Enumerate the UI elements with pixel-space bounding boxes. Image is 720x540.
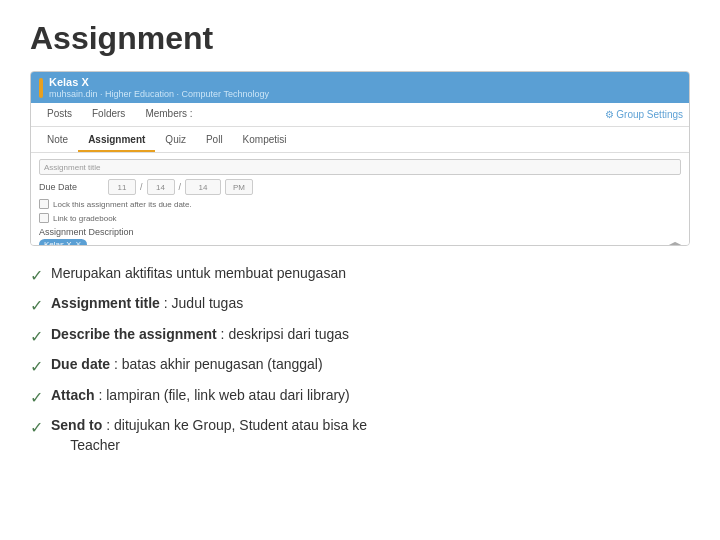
lock-checkbox-label: Lock this assignment after its due date. xyxy=(53,200,192,209)
assignment-title-row: Assignment title xyxy=(39,159,681,175)
due-date-label: Due Date xyxy=(39,182,104,192)
send-to-label: Kelas X xyxy=(44,240,72,246)
time-hour[interactable]: PM xyxy=(225,179,253,195)
bullet-item-2: ✓ Assignment title : Judul tugas xyxy=(30,294,690,317)
check-icon-2: ✓ xyxy=(30,295,43,317)
header-accent xyxy=(39,78,43,98)
description-label: Assignment Description xyxy=(39,227,681,237)
subtab-poll[interactable]: Poll xyxy=(196,129,233,152)
mockup-breadcrumb: muhsain.din · Higher Education · Compute… xyxy=(49,89,269,99)
bullet-item-3: ✓ Describe the assignment : deskripsi da… xyxy=(30,325,690,348)
check-icon-5: ✓ xyxy=(30,387,43,409)
check-icon-4: ✓ xyxy=(30,356,43,378)
tab-group-settings[interactable]: ⚙ Group Settings xyxy=(605,103,683,126)
badge-close-icon[interactable]: ✕ xyxy=(75,240,82,246)
mockup-header: Kelas X muhsain.din · Higher Education ·… xyxy=(31,72,689,103)
bullet-text-1: Merupakan aktifitas untuk membuat penuga… xyxy=(51,264,346,284)
bullet-item-4: ✓ Due date : batas akhir penugasan (tang… xyxy=(30,355,690,378)
lock-checkbox-row: Lock this assignment after its due date. xyxy=(39,199,681,209)
gradebook-label: Link to gradebook xyxy=(53,214,117,223)
gradebook-row: Link to gradebook xyxy=(39,213,681,223)
tab-members[interactable]: Members : xyxy=(135,103,202,126)
bullet-item-1: ✓ Merupakan aktifitas untuk membuat penu… xyxy=(30,264,690,287)
bullet-item-6: ✓ Send to : ditujukan ke Group, Student … xyxy=(30,416,690,455)
gradebook-checkbox[interactable] xyxy=(39,213,49,223)
mockup-nav: Posts Folders Members : ⚙ Group Settings xyxy=(31,103,689,127)
page-container: Assignment Kelas X muhsain.din · Higher … xyxy=(0,0,720,540)
check-icon-1: ✓ xyxy=(30,265,43,287)
subtab-note[interactable]: Note xyxy=(37,129,78,152)
date-year[interactable]: 14 xyxy=(185,179,221,195)
bullet-text-2: Assignment title : Judul tugas xyxy=(51,294,243,314)
page-title: Assignment xyxy=(30,20,690,57)
bullet-text-3: Describe the assignment : deskripsi dari… xyxy=(51,325,349,345)
lock-checkbox[interactable] xyxy=(39,199,49,209)
bullet-text-5: Attach : lampiran (file, link web atau d… xyxy=(51,386,350,406)
screenshot-mockup: Kelas X muhsain.din · Higher Education ·… xyxy=(30,71,690,246)
mockup-subnav: Note Assignment Quiz Poll Kompetisi xyxy=(31,127,689,153)
subtab-kompetisi[interactable]: Kompetisi xyxy=(233,129,297,152)
date-day[interactable]: 11 xyxy=(108,179,136,195)
due-date-row: Due Date 11 / 14 / 14 PM xyxy=(39,179,681,195)
date-sep2: / xyxy=(179,182,182,192)
subtab-assignment[interactable]: Assignment xyxy=(78,129,155,152)
send-to-badge[interactable]: Kelas X ✕ xyxy=(39,239,87,246)
date-month[interactable]: 14 xyxy=(147,179,175,195)
tab-posts[interactable]: Posts xyxy=(37,103,82,126)
check-icon-3: ✓ xyxy=(30,326,43,348)
bullet-item-5: ✓ Attach : lampiran (file, link web atau… xyxy=(30,386,690,409)
bullet-text-4: Due date : batas akhir penugasan (tangga… xyxy=(51,355,323,375)
tab-folders[interactable]: Folders xyxy=(82,103,135,126)
subtab-quiz[interactable]: Quiz xyxy=(155,129,196,152)
mockup-form: Assignment title Due Date 11 / 14 / 14 P… xyxy=(31,153,689,246)
char-count: ◀▶ xyxy=(669,240,681,246)
assignment-title-input[interactable]: Assignment title xyxy=(39,159,681,175)
date-sep1: / xyxy=(140,182,143,192)
mockup-header-title: Kelas X xyxy=(49,76,269,88)
check-icon-6: ✓ xyxy=(30,417,43,439)
bullet-list: ✓ Merupakan aktifitas untuk membuat penu… xyxy=(30,264,690,455)
bullet-text-6: Send to : ditujukan ke Group, Student at… xyxy=(51,416,367,455)
